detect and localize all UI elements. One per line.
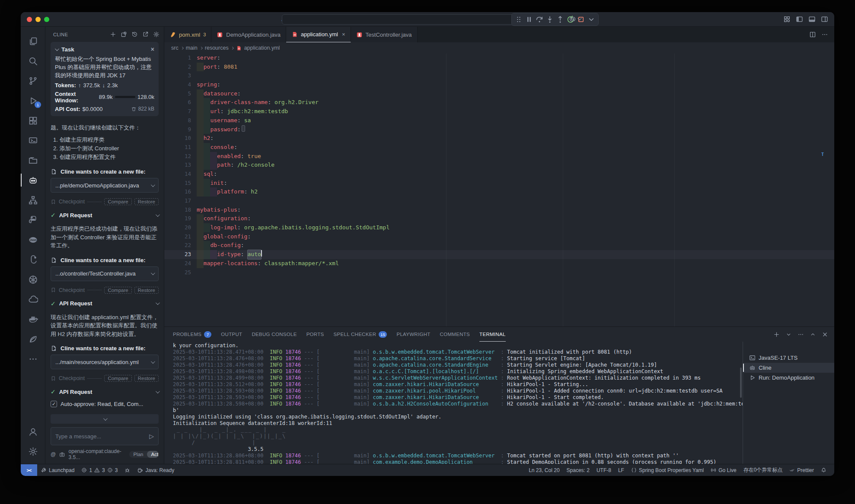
activity-remote-explorer[interactable] (23, 130, 43, 150)
ellipsis-icon[interactable] (821, 31, 828, 38)
status-problems[interactable]: 133 (78, 467, 121, 473)
editor-code-area[interactable]: 1server:2port: 808134spring:5datasource:… (164, 54, 834, 326)
split-editor-icon[interactable] (809, 31, 816, 38)
compare-button[interactable]: Compare (104, 375, 131, 382)
status-lf[interactable]: LF (615, 467, 628, 473)
status-launchpad[interactable]: Launchpad (37, 467, 78, 473)
layout-customize-icon[interactable] (783, 16, 791, 23)
restore-button[interactable]: Restore (134, 287, 159, 294)
breadcrumb-item[interactable]: main (186, 45, 198, 51)
tab-application.yml[interactable]: application.yml× (286, 27, 351, 42)
layout-panel-icon[interactable] (808, 16, 816, 23)
file-path-pill[interactable]: ...o/controller/TestController.java (51, 266, 159, 281)
chevron-down-icon[interactable] (151, 183, 155, 187)
activity-hook[interactable] (23, 250, 43, 269)
debug-step-over-icon[interactable] (535, 15, 544, 24)
panel-tab-ports[interactable]: PORTS (306, 327, 324, 342)
panel-tab-problems[interactable]: PROBLEMS7 (173, 327, 211, 342)
status-utf-8[interactable]: UTF-8 (593, 467, 615, 473)
message-input[interactable]: Type a message... ▷ (51, 427, 159, 445)
file-path-pill[interactable]: .../main/resources/application.yml (51, 355, 159, 369)
model-label[interactable]: openai-compat:claude-3.5... (69, 448, 126, 460)
plus-icon[interactable] (110, 31, 116, 38)
chevron-down-icon[interactable] (151, 271, 155, 276)
activity-kubernetes[interactable] (23, 269, 43, 289)
chevron-down-icon[interactable] (156, 301, 160, 305)
status-java-ready[interactable]: Java: Ready (134, 467, 178, 473)
status-bell[interactable] (817, 467, 830, 473)
status-debug[interactable] (121, 467, 134, 473)
remote-indicator[interactable]: >< (21, 464, 37, 476)
act-mode-button[interactable]: Act (147, 451, 159, 458)
tab-close-icon[interactable]: × (342, 31, 345, 38)
terminal-item-javase-17-lts[interactable]: JavaSE-17 LTS (743, 353, 834, 363)
trash-icon[interactable] (131, 106, 137, 112)
activity-search[interactable] (23, 51, 43, 71)
status-prettier[interactable]: Prettier (786, 467, 817, 473)
breadcrumb[interactable]: srcmainresourcesapplication.yml (164, 42, 834, 54)
tab-TestController.java[interactable]: TestController.java (351, 27, 418, 42)
terminal-item-run-demoapplication[interactable]: Run: DemoApplication (743, 373, 834, 383)
close-icon[interactable] (822, 331, 828, 338)
file-path-pill[interactable]: ...ple/demo/DemoApplication.java (51, 178, 159, 193)
restore-button[interactable]: Restore (134, 375, 159, 382)
history-icon[interactable] (131, 31, 138, 38)
panel-tab-debug-console[interactable]: DEBUG CONSOLE (252, 327, 297, 342)
panel-tab-output[interactable]: OUTPUT (221, 327, 242, 342)
terminal-output[interactable]: k your configuration.2025-03-10T11:13:28… (164, 342, 743, 464)
cline-conversation[interactable]: Task × 帮忙初始化一个 Spring Boot + Mybatis Plu… (45, 42, 164, 414)
activity-cloud[interactable] (23, 289, 43, 309)
activity-run-debug[interactable]: 1 (23, 91, 43, 111)
debug-step-out-icon[interactable] (556, 15, 565, 24)
status-spaces-2[interactable]: Spaces: 2 (563, 467, 593, 473)
status-存在0个异常标点[interactable]: 存在0个异常标点 (740, 466, 786, 474)
activity-files[interactable] (23, 31, 43, 51)
activity-python[interactable] (23, 210, 43, 230)
activity-account[interactable] (23, 422, 43, 441)
activity-hierarchy[interactable] (23, 190, 43, 210)
gear-icon[interactable] (153, 31, 160, 38)
chevron-down-icon[interactable] (151, 359, 155, 364)
ellipsis-icon[interactable] (798, 331, 804, 338)
status-go-live[interactable]: Go Live (707, 467, 740, 473)
open-external-icon[interactable] (142, 31, 149, 38)
chevron-up-icon[interactable] (810, 331, 816, 338)
panel-tab-spell-checker[interactable]: SPELL CHECKER15 (334, 327, 387, 342)
debug-step-into-icon[interactable] (546, 15, 554, 24)
panel-tab-comments[interactable]: COMMENTS (440, 327, 470, 342)
copilot-icon[interactable] (569, 15, 576, 22)
task-close-icon[interactable]: × (151, 46, 154, 53)
debug-pause-icon[interactable] (525, 15, 533, 24)
minimize-window-button[interactable] (35, 17, 41, 22)
breadcrumb-item[interactable]: resources (205, 45, 229, 51)
activity-ellipsis[interactable] (23, 349, 43, 369)
send-icon[interactable]: ▷ (149, 433, 154, 440)
mention-icon[interactable]: @ (51, 451, 56, 457)
layout-sidebar-right-icon[interactable] (821, 16, 828, 23)
tab-DemoApplication.java[interactable]: DemoApplication.java (211, 27, 286, 42)
compare-button[interactable]: Compare (104, 198, 131, 205)
plus-icon[interactable] (773, 331, 780, 338)
command-center-search[interactable] (282, 14, 539, 25)
tab-pom.xml[interactable]: pom.xml3 (164, 27, 211, 42)
terminal-scrollbar[interactable] (740, 368, 742, 398)
chevron-down-icon[interactable] (156, 389, 160, 393)
chevron-down-icon[interactable] (156, 212, 160, 217)
debug-chevron-down-icon[interactable] (587, 15, 596, 24)
layout-sidebar-left-icon[interactable] (796, 16, 803, 23)
collapse-bar[interactable] (51, 414, 159, 424)
activity-extensions[interactable] (23, 111, 43, 130)
terminal-item-cline[interactable]: Cline (743, 363, 834, 373)
checkbox-checked-icon[interactable]: ✓ (51, 401, 57, 407)
activity-leaf[interactable] (23, 329, 43, 349)
breadcrumb-item[interactable]: src (171, 45, 179, 51)
chevron-down-icon[interactable] (785, 331, 792, 338)
grid-icon[interactable] (121, 31, 127, 38)
zoom-window-button[interactable] (44, 17, 49, 22)
activity-docker[interactable] (23, 309, 43, 329)
activity-cline-robot[interactable] (23, 170, 43, 190)
activity-json[interactable]: Json (23, 230, 43, 250)
camera-icon[interactable] (59, 451, 65, 458)
activity-gear[interactable] (23, 441, 43, 461)
activity-source-control[interactable] (23, 71, 43, 91)
